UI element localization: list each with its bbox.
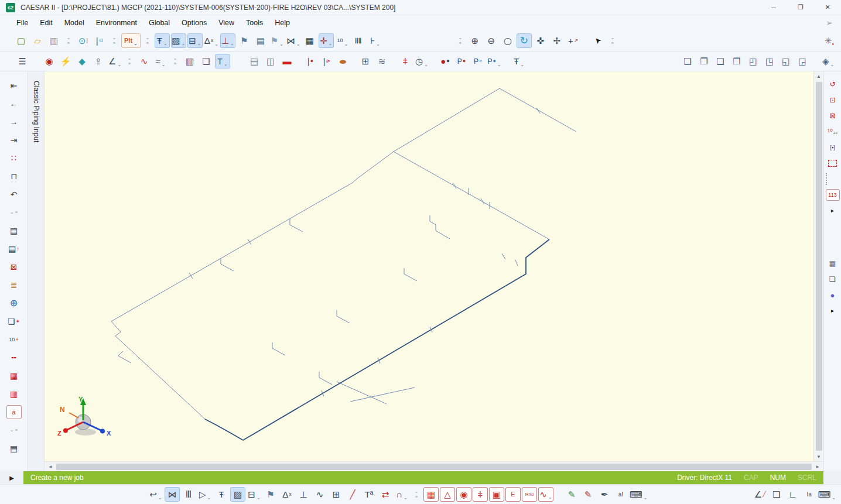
- orbit-toggle[interactable]: ↻: [517, 33, 532, 48]
- insert-element-button[interactable]: ⊙|: [76, 33, 91, 48]
- renumber-button[interactable]: ⊡: [826, 94, 840, 106]
- globe-button[interactable]: ⊕: [6, 296, 22, 310]
- pipe-data-button[interactable]: P●⌄: [487, 54, 502, 68]
- node-numbers-toggle[interactable]: ✛⌄: [319, 33, 334, 48]
- refractory-button[interactable]: ◆: [74, 54, 90, 68]
- offsets-button[interactable]: Δx: [279, 487, 295, 502]
- reference-button[interactable]: ⊦⌄: [368, 33, 383, 48]
- bend-angle-button[interactable]: ∠⌄: [107, 54, 122, 68]
- view-top-button[interactable]: ❑: [713, 54, 728, 68]
- nav-first-button[interactable]: ⇤: [6, 78, 22, 92]
- flyout-right-button[interactable]: ▸: [826, 205, 840, 217]
- nozzle-button[interactable]: ▷⌄: [197, 487, 213, 502]
- deflections-button[interactable]: Δx⌄: [204, 33, 219, 48]
- edit-red-button[interactable]: ✎: [580, 487, 596, 502]
- text-style-button[interactable]: Ia: [802, 487, 817, 502]
- minimize-button[interactable]: ─: [760, 0, 787, 15]
- valve-flange-toggle[interactable]: ⋈: [165, 487, 180, 502]
- app-icon[interactable]: c2: [6, 3, 15, 12]
- display-elements-button[interactable]: ⊟⌄: [247, 487, 262, 502]
- model-cube-button[interactable]: ❑: [199, 54, 214, 68]
- split-window-button[interactable]: ❏: [826, 273, 840, 285]
- pressure-button[interactable]: P●: [454, 54, 469, 68]
- displacements-button[interactable]: ⇄: [378, 487, 393, 502]
- statusbar-expand-icon[interactable]: ▶: [0, 471, 23, 484]
- toolbar-overflow-chevron[interactable]: ⌄»: [0, 209, 28, 216]
- hanger-design-toggle[interactable]: ▨: [230, 487, 245, 502]
- update-graphics-button[interactable]: ✳: [821, 33, 836, 48]
- open-file-button[interactable]: ▱: [30, 33, 45, 48]
- print-button[interactable]: ▤: [247, 54, 262, 68]
- refresh-button[interactable]: ↺: [826, 78, 840, 90]
- fluid-density-button[interactable]: P≈: [470, 54, 486, 68]
- horizontal-scroll-thumb[interactable]: [56, 464, 812, 470]
- menu-environment[interactable]: Environment: [90, 16, 143, 29]
- annotate-pen-button[interactable]: ✒: [597, 487, 612, 502]
- zoom-out-button[interactable]: ⊖: [484, 33, 499, 48]
- compass-views-button[interactable]: ◈⌄: [821, 54, 836, 68]
- view-back-button[interactable]: ❐: [696, 54, 712, 68]
- delete-element-button[interactable]: |⊙: [92, 33, 107, 48]
- undo-button[interactable]: ↶: [6, 187, 22, 201]
- gauge-button[interactable]: ◷⌄: [414, 54, 429, 68]
- view-iso-se-button[interactable]: ◱: [778, 54, 794, 68]
- equipment-button[interactable]: ●: [336, 54, 351, 68]
- view-right-button[interactable]: ◳: [762, 54, 777, 68]
- loads-button[interactable]: ◉: [456, 487, 471, 502]
- menu-edit[interactable]: Edit: [34, 16, 59, 29]
- flag-node-button[interactable]: ⚑: [263, 487, 278, 502]
- view-front-button[interactable]: ❏: [680, 54, 695, 68]
- temperature-probe-button[interactable]: ǂ: [398, 54, 413, 68]
- dotted-grid-button[interactable]: ▦: [826, 258, 840, 269]
- elastic-modulus-button[interactable]: E: [505, 487, 521, 502]
- delete-block-button[interactable]: ⊠: [826, 110, 840, 122]
- keyboard-entry-button[interactable]: ⌨⌄: [818, 487, 836, 502]
- export-model-button[interactable]: ⇪: [91, 54, 106, 68]
- vertical-scrollbar[interactable]: ▲ ▼: [813, 71, 823, 461]
- node-range-button[interactable]: ¹⁰₂₀: [826, 126, 840, 138]
- flyout-right2-button[interactable]: ▸: [826, 305, 840, 317]
- line-numbers-button[interactable]: ☰: [15, 54, 30, 68]
- menu-view[interactable]: View: [213, 16, 240, 29]
- toolbar-overflow-chevron[interactable]: ⌄»: [608, 33, 617, 49]
- render-sphere-button[interactable]: ●: [826, 289, 840, 301]
- tab-classic-piping-input[interactable]: Classic Piping Input: [32, 75, 40, 148]
- dimensions-button[interactable]: ╍: [6, 351, 22, 365]
- plot-button[interactable]: Plt⌄: [121, 33, 141, 48]
- anchors-toggle[interactable]: ⊥⌄: [220, 33, 235, 48]
- restraints-toggle[interactable]: Ŧ⌄: [155, 33, 170, 48]
- select-region-button[interactable]: [826, 157, 840, 169]
- valves-button[interactable]: ⋈⌄: [286, 33, 301, 48]
- new-file-button[interactable]: ▢: [13, 33, 29, 48]
- hangers-toggle[interactable]: ▨⌄: [171, 33, 186, 48]
- bend-curve-button[interactable]: ∿: [312, 487, 327, 502]
- pan-button[interactable]: ✜: [533, 33, 548, 48]
- nav-previous-button[interactable]: ←: [6, 97, 22, 111]
- toolbar-overflow-chevron[interactable]: ⌄»: [0, 427, 28, 434]
- supports-view-button[interactable]: Ŧ⌄: [511, 54, 527, 68]
- text-insert-button[interactable]: aI: [613, 487, 628, 502]
- density-button[interactable]: Rho: [522, 487, 537, 502]
- restore-button[interactable]: ❐: [787, 0, 814, 15]
- menu-help[interactable]: Help: [269, 16, 296, 29]
- aux-grid-button[interactable]: ▦: [423, 487, 439, 502]
- anchor-node-button[interactable]: ⊥: [296, 487, 311, 502]
- report-cartridge-button[interactable]: ▬: [279, 54, 295, 68]
- error-checker-button[interactable]: ◉: [42, 54, 57, 68]
- block-ops-button[interactable]: [▪]: [826, 142, 840, 153]
- temperatures-button[interactable]: ǂ: [473, 487, 488, 502]
- translate-button[interactable]: +↗: [566, 33, 581, 48]
- toolbar-overflow-chevron[interactable]: ⌄»: [143, 33, 152, 49]
- valve-stem-button[interactable]: |●: [303, 54, 318, 68]
- remove-model-button[interactable]: ⊠: [6, 260, 22, 274]
- horizontal-scrollbar[interactable]: ◄ ►: [45, 461, 823, 471]
- toolbar-overflow-chevron[interactable]: ⌄»: [125, 53, 134, 70]
- measure-angle-button[interactable]: ∠╱: [753, 487, 768, 502]
- edit-green-button[interactable]: ✎: [564, 487, 579, 502]
- expansion-joint-button[interactable]: Ⅲ: [181, 487, 196, 502]
- output-grid-button[interactable]: ▥: [6, 387, 22, 401]
- tee-node-button[interactable]: ⊞: [329, 487, 344, 502]
- special-conditions-button[interactable]: ∿⌄: [538, 487, 553, 502]
- vertical-scroll-thumb[interactable]: [816, 82, 822, 451]
- node-temp-button[interactable]: Tª: [361, 487, 377, 502]
